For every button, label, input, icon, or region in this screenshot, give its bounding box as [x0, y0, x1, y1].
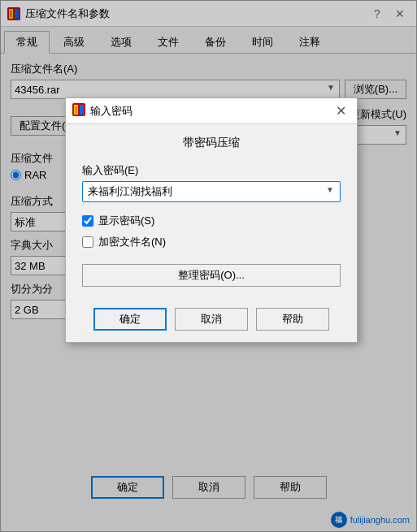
password-input[interactable]	[82, 181, 341, 202]
show-password-label[interactable]: 显示密码(S)	[98, 214, 154, 228]
modal-ok-button[interactable]: 确定	[93, 308, 167, 331]
svg-rect-7	[76, 106, 76, 113]
modal-footer: 确定 取消 帮助	[66, 301, 357, 342]
modal-body: 带密码压缩 输入密码(E) 显示密码(S) 加密文件名(N) 整理密码(O)..…	[66, 124, 357, 301]
modal-title-left: 输入密码	[72, 103, 132, 119]
password-input-wrapper	[82, 181, 341, 202]
modal-title-text: 输入密码	[90, 104, 132, 119]
show-password-row: 显示密码(S)	[82, 214, 341, 228]
modal-subtitle: 带密码压缩	[82, 136, 341, 150]
modal-close-button[interactable]: ✕	[331, 102, 350, 121]
modal-title-bar: 输入密码 ✕	[66, 98, 357, 124]
password-label: 输入密码(E)	[82, 163, 341, 178]
encrypt-name-checkbox[interactable]	[82, 236, 93, 248]
password-modal: 输入密码 ✕ 带密码压缩 输入密码(E) 显示密码(S) 加密文件名(N) 整理…	[65, 97, 358, 343]
svg-rect-6	[80, 105, 84, 115]
encrypt-name-label[interactable]: 加密文件名(N)	[98, 235, 166, 249]
encrypt-name-row: 加密文件名(N)	[82, 235, 341, 249]
organize-password-button[interactable]: 整理密码(O)...	[82, 264, 341, 287]
show-password-checkbox[interactable]	[82, 215, 93, 227]
modal-help-button[interactable]: 帮助	[256, 308, 329, 331]
modal-cancel-button[interactable]: 取消	[175, 308, 248, 331]
modal-icon	[72, 103, 85, 119]
